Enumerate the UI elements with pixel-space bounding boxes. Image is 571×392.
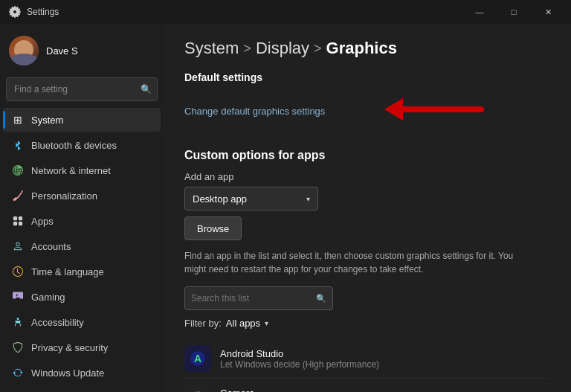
red-arrow xyxy=(370,91,488,131)
breadcrumb-system: System xyxy=(184,39,239,58)
sidebar-item-label: Accessibility xyxy=(31,317,84,328)
app-item-android-studio[interactable]: A Android Studio Let Windows decide (Hig… xyxy=(184,339,550,379)
dropdown-value: Desktop app xyxy=(193,193,247,205)
chevron-down-icon: ▾ xyxy=(306,195,310,203)
sidebar-item-apps[interactable]: Apps xyxy=(3,209,161,233)
privacy-icon xyxy=(12,341,24,353)
sidebar-search-icon: 🔍 xyxy=(141,84,152,94)
filter-chevron-icon: ▾ xyxy=(265,319,268,327)
sidebar-item-label: Windows Update xyxy=(31,367,104,379)
add-app-label: Add an app xyxy=(184,171,550,182)
link-row: Change default graphics settings xyxy=(184,91,550,131)
profile-name: Dave S xyxy=(46,45,78,57)
time-icon xyxy=(12,266,24,277)
avatar-body xyxy=(9,54,39,65)
change-default-link[interactable]: Change default graphics settings xyxy=(184,106,325,117)
custom-options-title: Custom options for apps xyxy=(184,149,550,162)
search-list-icon: 🔍 xyxy=(316,294,326,303)
default-settings-title: Default settings xyxy=(184,71,550,83)
sidebar-item-network[interactable]: Network & internet xyxy=(3,158,161,182)
breadcrumb-graphics: Graphics xyxy=(326,39,397,58)
sidebar-item-label: Apps xyxy=(31,216,54,227)
android-studio-name: Android Studio xyxy=(220,348,379,359)
maximize-button[interactable]: □ xyxy=(497,0,531,24)
personalization-icon xyxy=(12,190,24,202)
sidebar-item-gaming[interactable]: Gaming xyxy=(3,285,161,309)
app-item-camera[interactable]: Camera Let Windows decide (Power saving) xyxy=(184,379,550,392)
titlebar-left: Settings xyxy=(9,6,59,18)
sidebar-item-label: Personalization xyxy=(31,190,97,202)
app-list: A Android Studio Let Windows decide (Hig… xyxy=(184,339,550,392)
breadcrumb-sep2: > xyxy=(314,41,322,57)
breadcrumb: System > Display > Graphics xyxy=(184,39,550,58)
filter-value[interactable]: All apps xyxy=(226,318,260,329)
camera-info: Camera Let Windows decide (Power saving) xyxy=(220,388,362,393)
sidebar-item-label: Time & language xyxy=(31,266,104,277)
app-type-dropdown[interactable]: Desktop app ▾ xyxy=(184,187,318,211)
breadcrumb-sep1: > xyxy=(243,41,251,57)
avatar xyxy=(9,36,39,65)
bluetooth-icon xyxy=(12,139,24,151)
camera-icon xyxy=(184,385,211,392)
sidebar-search-input[interactable] xyxy=(6,77,158,101)
filter-row: Filter by: All apps ▾ xyxy=(184,318,550,329)
content-area: System > Display > Graphics Default sett… xyxy=(164,24,571,392)
sidebar: Dave S 🔍 ⊞ System Bluetooth & devices Ne… xyxy=(0,24,164,392)
browse-button[interactable]: Browse xyxy=(184,216,242,240)
svg-text:A: A xyxy=(194,353,201,364)
settings-icon xyxy=(9,6,21,18)
apps-icon xyxy=(12,215,24,227)
svg-point-0 xyxy=(17,318,19,320)
gaming-icon xyxy=(12,291,24,303)
android-studio-info: Android Studio Let Windows decide (High … xyxy=(220,348,379,370)
close-button[interactable]: ✕ xyxy=(531,0,565,24)
sidebar-item-system[interactable]: ⊞ System xyxy=(3,108,161,132)
search-list-input[interactable] xyxy=(191,293,316,303)
avatar-image xyxy=(9,36,39,65)
search-list-box: 🔍 xyxy=(184,286,333,310)
android-studio-icon: A xyxy=(184,345,211,372)
accessibility-icon xyxy=(12,316,24,328)
dropdown-row: Desktop app ▾ xyxy=(184,187,550,211)
svg-marker-2 xyxy=(384,98,403,121)
sidebar-item-update[interactable]: Windows Update xyxy=(3,361,161,385)
system-icon: ⊞ xyxy=(12,114,24,126)
titlebar: Settings — □ ✕ xyxy=(0,0,571,24)
sidebar-item-time[interactable]: Time & language xyxy=(3,260,161,283)
sidebar-item-label: Gaming xyxy=(31,292,65,303)
camera-name: Camera xyxy=(220,388,362,393)
network-icon xyxy=(12,164,24,176)
sidebar-item-personalization[interactable]: Personalization xyxy=(3,184,161,208)
sidebar-item-privacy[interactable]: Privacy & security xyxy=(3,335,161,359)
search-box: 🔍 xyxy=(6,77,158,101)
titlebar-title: Settings xyxy=(27,7,59,17)
sidebar-item-accessibility[interactable]: Accessibility xyxy=(3,310,161,334)
breadcrumb-display: Display xyxy=(256,39,309,58)
info-text: Find an app in the list and select it, t… xyxy=(184,249,526,276)
minimize-button[interactable]: — xyxy=(462,0,497,24)
update-icon xyxy=(12,367,24,379)
sidebar-item-bluetooth[interactable]: Bluetooth & devices xyxy=(3,133,161,157)
sidebar-item-label: System xyxy=(31,115,63,126)
sidebar-item-accounts[interactable]: Accounts xyxy=(3,234,161,258)
accounts-icon xyxy=(12,240,24,252)
android-studio-sub: Let Windows decide (High performance) xyxy=(220,359,379,370)
sidebar-item-label: Privacy & security xyxy=(31,342,108,353)
sidebar-item-label: Network & internet xyxy=(31,165,111,176)
sidebar-item-label: Accounts xyxy=(31,241,71,252)
titlebar-controls: — □ ✕ xyxy=(462,0,565,24)
main-layout: Dave S 🔍 ⊞ System Bluetooth & devices Ne… xyxy=(0,24,571,392)
filter-label: Filter by: xyxy=(184,318,222,329)
sidebar-profile: Dave S xyxy=(0,30,164,74)
sidebar-item-label: Bluetooth & devices xyxy=(31,140,117,151)
